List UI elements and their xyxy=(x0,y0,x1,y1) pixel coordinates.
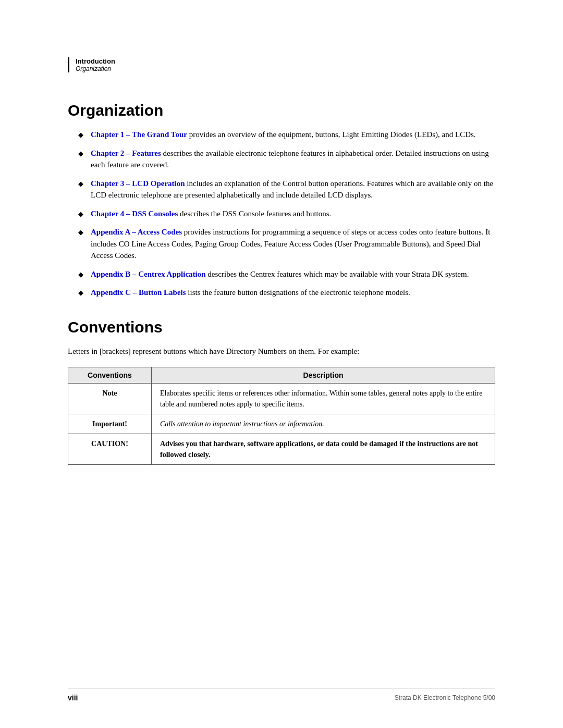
list-item: ◆ Chapter 4 – DSS Consoles describes the… xyxy=(78,208,495,220)
col2-header: Description xyxy=(152,367,495,383)
content-area: Organization ◆ Chapter 1 – The Grand Tou… xyxy=(68,102,495,465)
bullet-icon: ◆ xyxy=(78,269,83,280)
description-caution: Advises you that hardware, software appl… xyxy=(152,434,495,464)
convention-note: Note xyxy=(68,383,152,414)
breadcrumb: Introduction Organization xyxy=(68,57,115,72)
footer-product: Strata DK Electronic Telephone 5/00 xyxy=(395,694,495,701)
list-item: ◆ Appendix A – Access Codes provides ins… xyxy=(78,226,495,262)
organization-list: ◆ Chapter 1 – The Grand Tour provides an… xyxy=(78,129,495,299)
bullet-icon: ◆ xyxy=(78,149,83,159)
list-item: ◆ Chapter 1 – The Grand Tour provides an… xyxy=(78,129,495,141)
conventions-table: Conventions Description Note Elaborates … xyxy=(68,367,495,465)
conventions-section: Conventions Letters in [brackets] repres… xyxy=(68,318,495,465)
appendix-c-link[interactable]: Appendix C – Button Labels xyxy=(91,288,186,297)
chapter2-link[interactable]: Chapter 2 – Features xyxy=(91,149,161,157)
footer: viii Strata DK Electronic Telephone 5/00 xyxy=(68,688,495,702)
appendix-b-link[interactable]: Appendix B – Centrex Application xyxy=(91,270,206,278)
list-item: ◆ Chapter 3 – LCD Operation includes an … xyxy=(78,178,495,201)
list-item-text: Appendix A – Access Codes provides instr… xyxy=(91,226,495,262)
page: Introduction Organization Organization ◆… xyxy=(0,0,563,728)
list-item-text: Appendix B – Centrex Application describ… xyxy=(91,268,495,280)
list-item: ◆ Appendix B – Centrex Application descr… xyxy=(78,268,495,280)
appendix-a-link[interactable]: Appendix A – Access Codes xyxy=(91,228,182,236)
list-item-text: Appendix C – Button Labels lists the fea… xyxy=(91,287,495,299)
breadcrumb-title: Introduction xyxy=(76,57,115,65)
bullet-icon: ◆ xyxy=(78,130,83,140)
table-row: Important! Calls attention to important … xyxy=(68,414,495,434)
table-row: CAUTION! Advises you that hardware, soft… xyxy=(68,434,495,464)
list-item-text: Chapter 3 – LCD Operation includes an ex… xyxy=(91,178,495,201)
bullet-icon: ◆ xyxy=(78,209,83,219)
list-item-text: Chapter 1 – The Grand Tour provides an o… xyxy=(91,129,495,141)
bullet-icon: ◆ xyxy=(78,227,83,238)
list-item: ◆ Chapter 2 – Features describes the ava… xyxy=(78,147,495,171)
list-item: ◆ Appendix C – Button Labels lists the f… xyxy=(78,287,495,299)
bullet-icon: ◆ xyxy=(78,179,83,189)
table-header-row: Conventions Description xyxy=(68,367,495,383)
description-important: Calls attention to important instruction… xyxy=(152,414,495,434)
list-item-text: Chapter 4 – DSS Consoles describes the D… xyxy=(91,208,495,220)
organization-section: Organization ◆ Chapter 1 – The Grand Tou… xyxy=(68,102,495,299)
convention-important: Important! xyxy=(68,414,152,434)
description-note: Elaborates specific items or references … xyxy=(152,383,495,414)
conventions-heading: Conventions xyxy=(68,318,495,336)
convention-caution: CAUTION! xyxy=(68,434,152,464)
chapter3-link[interactable]: Chapter 3 – LCD Operation xyxy=(91,179,185,188)
col1-header: Conventions xyxy=(68,367,152,383)
list-item-text: Chapter 2 – Features describes the avail… xyxy=(91,147,495,171)
bullet-icon: ◆ xyxy=(78,288,83,298)
organization-heading: Organization xyxy=(68,102,495,119)
conventions-intro: Letters in [brackets] represent buttons … xyxy=(68,346,495,357)
chapter4-link[interactable]: Chapter 4 – DSS Consoles xyxy=(91,209,178,218)
footer-page-number: viii xyxy=(68,694,78,702)
breadcrumb-subtitle: Organization xyxy=(76,65,115,72)
chapter1-link[interactable]: Chapter 1 – The Grand Tour xyxy=(91,130,187,139)
table-row: Note Elaborates specific items or refere… xyxy=(68,383,495,414)
